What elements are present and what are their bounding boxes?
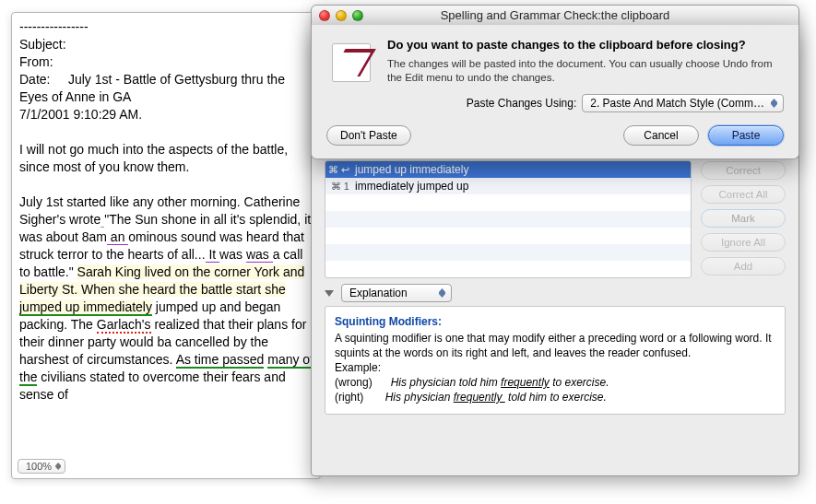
close-icon[interactable]	[319, 10, 330, 21]
titlebar: Spelling and Grammar Check:the clipboard	[312, 6, 798, 26]
suggestion-row	[325, 244, 691, 261]
date-value: July 1st - Battle of Gettysburg thru the…	[19, 72, 285, 104]
traffic-lights	[319, 10, 363, 21]
flagged-word: It	[208, 247, 216, 262]
subject-line: Subject:	[19, 36, 314, 53]
disclosure-triangle-icon[interactable]	[325, 290, 334, 297]
ignore-all-button[interactable]: Ignore All	[701, 233, 786, 252]
para-2: July 1st started like any other morning.…	[19, 193, 314, 404]
cancel-button[interactable]: Cancel	[623, 125, 699, 146]
suggestion-row[interactable]: ⌘ 1 immediately jumped up	[325, 178, 691, 194]
sheet-heading: Do you want to paste changes to the clip…	[387, 38, 784, 52]
confirm-sheet: Do you want to paste changes to the clip…	[311, 25, 799, 159]
spelling-issue: Garlach's	[97, 317, 151, 334]
explanation-select[interactable]: Explanation	[341, 284, 452, 302]
text: His physician told him	[391, 376, 501, 389]
tag: (right)	[335, 391, 363, 404]
explanation-box: Squinting Modifiers: A squinting modifie…	[325, 306, 786, 415]
dont-paste-button[interactable]: Don't Paste	[326, 125, 411, 146]
suggestion-row	[325, 194, 691, 211]
hr-line: ----------------	[19, 18, 314, 36]
example-wrong: (wrong) His physician told him frequentl…	[335, 375, 775, 390]
shortcut: ⌘ ↩	[325, 164, 355, 176]
text: was	[219, 247, 242, 262]
date-line: Date: July 1st - Battle of Gettysburg th…	[19, 71, 314, 106]
date-label: Date:	[19, 72, 50, 87]
suggestion-row[interactable]: ⌘ ↩ jumped up immediately	[325, 161, 691, 178]
from-line: From:	[19, 53, 314, 71]
minimize-icon[interactable]	[336, 10, 347, 21]
paste-using-label: Paste Changes Using:	[467, 97, 576, 110]
suggestions-area: ⌘ ↩ jumped up immediately ⌘ 1 immediatel…	[312, 158, 798, 278]
suggestion-text: jumped up immediately	[355, 163, 468, 176]
document-footer: 100%	[18, 456, 65, 476]
paste-button[interactable]: Paste	[708, 125, 784, 146]
shortcut: ⌘ 1	[325, 181, 355, 193]
text: to exercise.	[550, 376, 609, 389]
document-body: ---------------- Subject: From: Date: Ju…	[19, 18, 314, 451]
explanation-body: A squinting modifier is one that may mod…	[335, 331, 775, 360]
mark-button[interactable]: Mark	[701, 209, 786, 228]
add-button[interactable]: Add	[701, 257, 786, 275]
text: civilians stated to overcome their fears…	[19, 369, 286, 402]
text: His physician	[385, 391, 454, 404]
text: frequently	[501, 376, 550, 389]
flagged-word: an	[111, 229, 125, 244]
flagged-word: was	[246, 247, 269, 262]
explanation-toggle-row: Explanation	[312, 278, 798, 304]
example-label: Example:	[335, 360, 775, 375]
example-right: (right) His physician frequently told hi…	[335, 390, 775, 404]
tag: (wrong)	[335, 376, 373, 389]
suggestion-row	[325, 211, 691, 228]
correct-all-button[interactable]: Correct All	[701, 185, 786, 204]
app-icon	[326, 38, 374, 86]
suggestion-row	[325, 261, 691, 277]
grammar-issue: As time passed	[176, 352, 265, 369]
paste-using-select[interactable]: 2. Paste And Match Style (Comm…	[582, 94, 784, 112]
document-window: ---------------- Subject: From: Date: Ju…	[11, 12, 321, 479]
suggestion-text: immediately jumped up	[355, 180, 468, 193]
zoom-select[interactable]: 100%	[18, 459, 65, 474]
suggestions-list[interactable]: ⌘ ↩ jumped up immediately ⌘ 1 immediatel…	[325, 160, 692, 278]
grammar-issue: jumped up immediately	[19, 299, 152, 316]
side-buttons: Correct Correct All Mark Ignore All Add	[701, 161, 786, 275]
text: told him to exercise.	[505, 391, 607, 404]
suggestion-row	[325, 228, 691, 244]
window-title: Spelling and Grammar Check:the clipboard	[312, 8, 798, 22]
explanation-title: Squinting Modifiers:	[335, 314, 775, 329]
sheet-body: The changes will be pasted into the docu…	[387, 57, 784, 85]
timestamp: 7/1/2001 9:10:29 AM.	[19, 106, 314, 123]
text: frequently	[454, 391, 505, 404]
zoom-icon[interactable]	[352, 10, 363, 21]
para-1: I will not go much into the aspects of t…	[19, 141, 314, 176]
correct-button[interactable]: Correct	[701, 161, 786, 180]
